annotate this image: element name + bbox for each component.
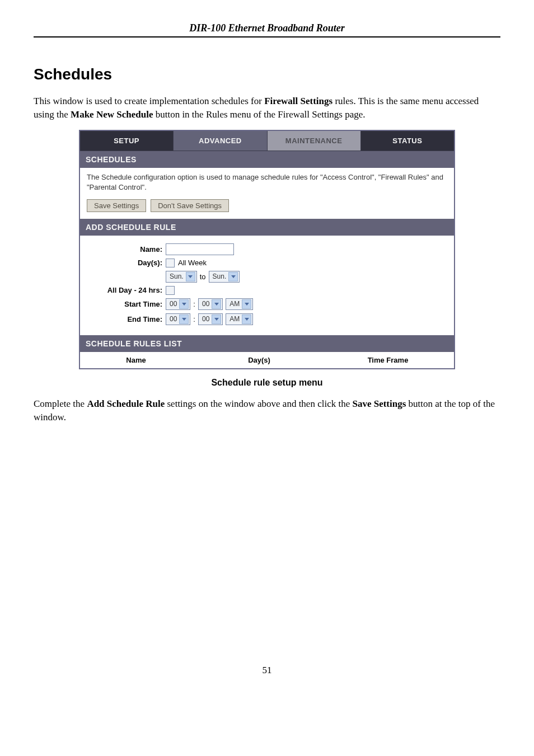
outro-bold2: Save Settings (352, 398, 406, 409)
section-heading: Schedules (34, 65, 500, 83)
save-settings-button[interactable]: Save Settings (87, 199, 146, 212)
select-day-from[interactable]: Sun. (166, 271, 197, 283)
outro-bold1: Add Schedule Rule (87, 398, 165, 409)
label-all-week: All Week (178, 259, 207, 267)
label-to: to (200, 273, 206, 281)
outro-paragraph: Complete the Add Schedule Rule settings … (34, 397, 500, 424)
dont-save-settings-button[interactable]: Don't Save Settings (151, 199, 229, 212)
select-start-minute[interactable]: 00 (198, 298, 223, 310)
row-end-time: End Time: 00 : 00 AM (87, 313, 447, 325)
select-end-minute[interactable]: 00 (198, 313, 223, 325)
schedules-description: The Schedule configuration option is use… (87, 172, 447, 192)
checkbox-all-week[interactable] (166, 259, 175, 267)
chevron-down-icon (179, 299, 189, 309)
column-name: Name (80, 356, 192, 364)
tab-maintenance[interactable]: MAINTENANCE (268, 131, 361, 151)
select-start-minute-value: 00 (202, 300, 209, 308)
select-end-ampm-value: AM (229, 315, 240, 323)
tab-setup[interactable]: SETUP (80, 131, 174, 151)
colon-1: : (193, 300, 195, 308)
select-end-ampm[interactable]: AM (226, 313, 253, 325)
add-schedule-rule-body: Name: Day(s): All Week Sun. to Sun. All … (80, 236, 454, 335)
select-day-from-value: Sun. (170, 273, 184, 280)
page-header: DIR-100 Ethernet Broadband Router (34, 22, 500, 37)
tabs-row: SETUP ADVANCED MAINTENANCE STATUS (80, 131, 454, 151)
label-end-time: End Time: (87, 315, 166, 323)
checkbox-all-day[interactable] (166, 286, 175, 295)
chevron-down-icon (186, 272, 195, 281)
select-start-ampm-value: AM (229, 300, 240, 308)
select-end-minute-value: 00 (202, 315, 209, 323)
select-end-hour-value: 00 (170, 315, 177, 323)
colon-2: : (193, 315, 195, 323)
router-admin-panel: SETUP ADVANCED MAINTENANCE STATUS SCHEDU… (79, 130, 455, 369)
chevron-down-icon (228, 272, 238, 281)
tab-advanced[interactable]: ADVANCED (174, 131, 267, 151)
schedule-rules-list-title: SCHEDULE RULES LIST (80, 335, 454, 352)
row-days: Day(s): All Week (87, 259, 447, 267)
schedules-title: SCHEDULES (80, 151, 454, 168)
intro-seg3: button in the Rules menu of the Firewall… (153, 109, 365, 120)
chevron-down-icon (242, 314, 251, 324)
chevron-down-icon (212, 314, 221, 324)
intro-paragraph: This window is used to create implementa… (34, 95, 500, 121)
input-name[interactable] (166, 243, 234, 255)
outro-seg2: settings on the window above and then cl… (165, 398, 352, 409)
label-all-day: All Day - 24 hrs: (87, 286, 166, 294)
schedules-body: The Schedule configuration option is use… (80, 168, 454, 219)
column-time: Time Frame (326, 356, 449, 364)
intro-bold2: Make New Schedule (71, 109, 153, 120)
label-days: Day(s): (87, 259, 166, 267)
row-days-range: Sun. to Sun. (87, 271, 447, 283)
row-name: Name: (87, 243, 447, 255)
chevron-down-icon (179, 314, 189, 324)
page-number: 51 (34, 665, 500, 676)
label-name: Name: (87, 245, 166, 253)
chevron-down-icon (242, 299, 251, 309)
schedules-button-row: Save Settings Don't Save Settings (87, 199, 447, 212)
row-all-day: All Day - 24 hrs: (87, 286, 447, 295)
add-schedule-rule-title: ADD SCHEDULE RULE (80, 219, 454, 236)
select-start-ampm[interactable]: AM (226, 298, 253, 310)
select-day-to[interactable]: Sun. (209, 271, 240, 283)
chevron-down-icon (212, 299, 221, 309)
rules-list-header: Name Day(s) Time Frame (80, 352, 454, 368)
figure-caption: Schedule rule setup menu (34, 378, 500, 388)
outro-seg1: Complete the (34, 398, 87, 409)
column-days: Day(s) (192, 356, 326, 364)
select-end-hour[interactable]: 00 (166, 313, 190, 325)
intro-bold1: Firewall Settings (264, 96, 332, 106)
select-start-hour[interactable]: 00 (166, 298, 190, 310)
select-day-to-value: Sun. (213, 273, 227, 280)
select-start-hour-value: 00 (170, 300, 177, 308)
row-start-time: Start Time: 00 : 00 AM (87, 298, 447, 310)
tab-status[interactable]: STATUS (361, 131, 454, 151)
label-start-time: Start Time: (87, 300, 166, 308)
intro-seg1: This window is used to create implementa… (34, 96, 264, 106)
